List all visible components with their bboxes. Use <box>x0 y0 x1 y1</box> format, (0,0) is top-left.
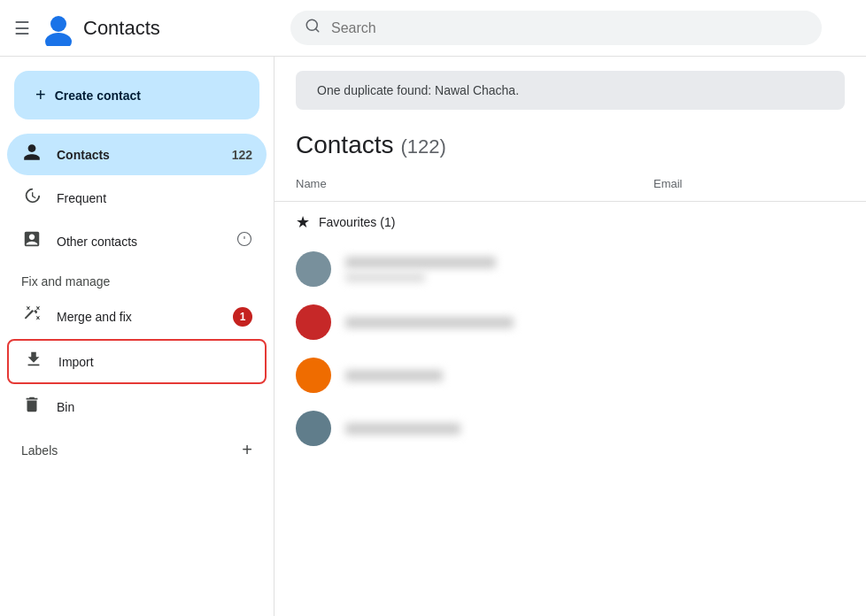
column-name-header: Name <box>296 177 632 190</box>
fix-and-manage-label: Fix and manage <box>7 264 267 294</box>
header-left: ☰ Contacts <box>14 11 280 46</box>
merge-fix-icon <box>21 304 43 328</box>
search-bar[interactable] <box>290 11 822 45</box>
search-icon <box>305 18 321 38</box>
create-contact-label: Create contact <box>55 89 141 103</box>
merge-fix-label: Merge and fix <box>57 310 219 324</box>
create-contact-button[interactable]: + Create contact <box>14 71 259 119</box>
contact-info <box>345 257 845 282</box>
contacts-icon <box>21 142 43 166</box>
app-title: Contacts <box>83 17 160 40</box>
table-header: Name Email <box>274 166 866 202</box>
add-label-button[interactable]: + <box>242 440 252 460</box>
duplicate-banner: One duplicate found: Nawal Chacha. <box>296 71 845 110</box>
contacts-count-badge: (122) <box>401 135 446 158</box>
bin-label: Bin <box>57 400 252 414</box>
import-label: Import <box>58 355 251 369</box>
contacts-count: 122 <box>232 148 252 162</box>
sidebar-item-contacts[interactable]: Contacts 122 <box>7 134 267 175</box>
main-layout: + Create contact Contacts 122 Frequent O… <box>0 57 866 616</box>
sidebar: + Create contact Contacts 122 Frequent O… <box>0 57 274 616</box>
favourites-label: Favourites (1) <box>319 215 395 229</box>
svg-line-3 <box>315 28 318 31</box>
contacts-label: Contacts <box>57 148 218 162</box>
header: ☰ Contacts <box>0 0 866 57</box>
sidebar-item-frequent[interactable]: Frequent <box>7 177 267 219</box>
svg-point-1 <box>45 33 72 46</box>
svg-point-0 <box>50 16 66 32</box>
contact-row[interactable] <box>274 296 866 349</box>
contact-info <box>345 317 845 328</box>
avatar <box>296 251 331 287</box>
avatar <box>296 411 331 446</box>
sidebar-item-merge-fix[interactable]: Merge and fix 1 <box>7 296 267 337</box>
contact-info <box>345 370 845 381</box>
contacts-header: Contacts (122) <box>274 117 866 166</box>
contact-row[interactable] <box>274 402 866 455</box>
app-logo-icon <box>41 11 76 46</box>
favourites-section: ★ Favourites (1) <box>274 202 866 243</box>
search-input[interactable] <box>331 20 808 36</box>
sidebar-item-other-contacts[interactable]: Other contacts <box>7 220 267 262</box>
duplicate-banner-text: One duplicate found: Nawal Chacha. <box>317 83 519 97</box>
star-icon: ★ <box>296 212 310 232</box>
create-plus-icon: + <box>35 85 46 105</box>
contact-info <box>345 423 845 435</box>
menu-icon[interactable]: ☰ <box>14 18 30 39</box>
contacts-title: Contacts (122) <box>296 131 845 159</box>
bin-icon <box>21 395 43 419</box>
info-icon <box>236 231 252 251</box>
avatar <box>296 304 331 340</box>
contacts-title-text: Contacts <box>296 131 394 159</box>
import-icon <box>23 350 44 373</box>
labels-section-label: Labels <box>21 443 58 458</box>
column-email-header: Email <box>653 177 683 190</box>
content-area: One duplicate found: Nawal Chacha. Conta… <box>274 57 866 616</box>
other-contacts-icon <box>21 229 43 253</box>
sidebar-item-import[interactable]: Import <box>7 339 267 384</box>
sidebar-item-bin[interactable]: Bin <box>7 386 267 427</box>
avatar <box>296 358 331 393</box>
frequent-icon <box>21 186 43 210</box>
frequent-label: Frequent <box>57 191 252 205</box>
contact-row[interactable] <box>274 349 866 402</box>
contact-row[interactable] <box>274 243 866 296</box>
app-logo: Contacts <box>41 11 160 46</box>
other-contacts-label: Other contacts <box>57 235 222 249</box>
merge-fix-badge: 1 <box>233 307 252 327</box>
